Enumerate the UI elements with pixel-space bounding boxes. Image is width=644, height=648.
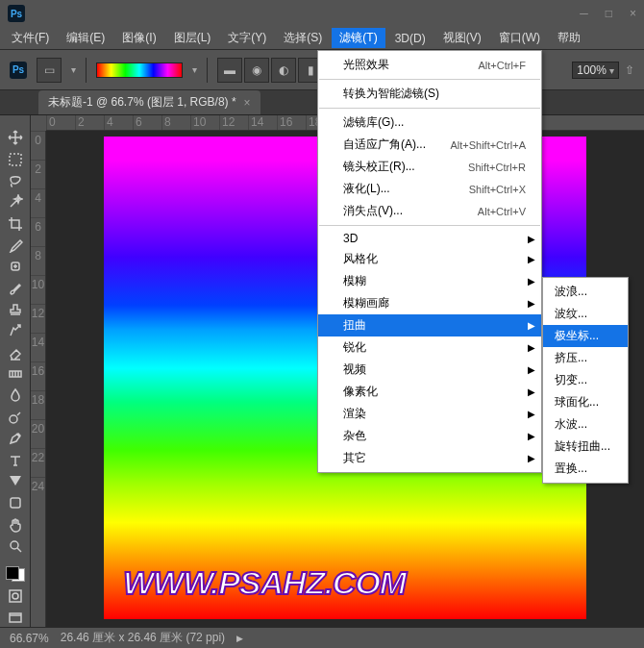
menu-视图[interactable]: 视图(V) (435, 28, 489, 48)
distort-submenu: 波浪...波纹...极坐标...挤压...切变...球面化...水波...旋转扭… (542, 277, 629, 484)
gradient-tool[interactable] (4, 365, 27, 383)
menu-item-锐化[interactable]: 锐化▶ (318, 336, 541, 359)
eraser-tool[interactable] (4, 344, 27, 361)
status-arrow-icon[interactable]: ▶ (236, 634, 243, 643)
dodge-tool[interactable] (4, 409, 27, 426)
maximize-button[interactable]: □ (606, 7, 612, 20)
blur-tool[interactable] (4, 386, 27, 404)
submenu-item-波纹[interactable]: 波纹... (543, 303, 628, 325)
status-zoom[interactable]: 66.67% (10, 632, 49, 645)
menu-3D[interactable]: 3D(D) (387, 30, 433, 47)
menu-item-扭曲[interactable]: 扭曲▶ (318, 314, 541, 336)
share-icon[interactable]: ⇧ (625, 63, 634, 77)
status-bar: 66.67% 26.46 厘米 x 26.46 厘米 (72 ppi) ▶ (0, 627, 644, 648)
zoom-tool[interactable] (4, 537, 27, 555)
menu-编辑[interactable]: 编辑(E) (59, 28, 112, 48)
menu-item-像素化[interactable]: 像素化▶ (318, 381, 541, 403)
close-button[interactable]: × (630, 7, 636, 20)
title-bar: Ps ─ □ × (0, 0, 644, 27)
close-tab-icon[interactable]: × (244, 96, 251, 110)
menu-item-自适应广角A[interactable]: 自适应广角(A)...Alt+Shift+Ctrl+A (318, 134, 541, 156)
app-logo: Ps (8, 5, 25, 22)
move-tool[interactable] (4, 129, 27, 146)
history-tool[interactable] (4, 322, 27, 339)
submenu-item-置换[interactable]: 置换... (543, 458, 628, 480)
menu-item-模糊画廊[interactable]: 模糊画廊▶ (318, 292, 541, 314)
menu-separator (319, 225, 540, 226)
submenu-arrow-icon: ▶ (528, 276, 535, 287)
path-tool[interactable] (4, 473, 27, 490)
submenu-item-切变[interactable]: 切变... (543, 369, 628, 391)
hand-tool[interactable] (4, 515, 27, 533)
submenu-item-旋转扭曲[interactable]: 旋转扭曲... (543, 436, 628, 458)
tool-preset-chevron[interactable]: ▾ (71, 64, 76, 75)
submenu-arrow-icon: ▶ (528, 234, 535, 244)
gradient-preview[interactable] (96, 62, 183, 78)
marquee-tool[interactable] (4, 150, 27, 167)
menu-item-光照效果[interactable]: 光照效果Alt+Ctrl+F (318, 54, 541, 76)
menu-item-镜头校正R[interactable]: 镜头校正(R)...Shift+Ctrl+R (318, 156, 541, 178)
heal-tool[interactable] (4, 258, 27, 275)
document-tab-label: 未标题-1 @ 66.7% (图层 1, RGB/8) * (48, 94, 236, 111)
stamp-tool[interactable] (4, 301, 27, 318)
submenu-arrow-icon: ▶ (528, 431, 535, 441)
menu-滤镜[interactable]: 滤镜(T) (332, 28, 384, 48)
status-dimensions: 26.46 厘米 x 26.46 厘米 (72 ppi) (61, 630, 225, 646)
svg-rect-0 (10, 154, 21, 165)
pen-tool[interactable] (4, 430, 27, 447)
menu-item-渲染[interactable]: 渲染▶ (318, 403, 541, 425)
shape-tool[interactable] (4, 494, 27, 511)
menu-图像[interactable]: 图像(I) (114, 28, 163, 48)
gradient-picker-chevron[interactable]: ▾ (192, 64, 197, 75)
brush-tool[interactable] (4, 280, 27, 297)
menu-item-杂色[interactable]: 杂色▶ (318, 425, 541, 447)
submenu-item-极坐标[interactable]: 极坐标... (543, 325, 628, 347)
menu-item-3D[interactable]: 3D▶ (318, 229, 541, 248)
document-tab[interactable]: 未标题-1 @ 66.7% (图层 1, RGB/8) * × (38, 90, 260, 114)
tools-panel (0, 115, 31, 627)
menu-文字[interactable]: 文字(Y) (220, 28, 274, 48)
submenu-item-波浪[interactable]: 波浪... (543, 281, 628, 303)
menu-文件[interactable]: 文件(F) (4, 28, 57, 48)
submenu-item-挤压[interactable]: 挤压... (543, 347, 628, 369)
screen-mode-button[interactable] (4, 610, 27, 627)
crop-tool[interactable] (4, 214, 27, 232)
menu-item-液化L[interactable]: 液化(L)...Shift+Ctrl+X (318, 178, 541, 200)
angle-gradient-icon[interactable]: ◐ (271, 58, 296, 83)
vertical-ruler: 024681012141618202224 (31, 131, 46, 627)
menu-bar: 文件(F)编辑(E)图像(I)图层(L)文字(Y)选择(S)滤镜(T)3D(D)… (0, 27, 644, 50)
submenu-arrow-icon: ▶ (528, 364, 535, 375)
type-tool[interactable] (4, 451, 27, 468)
menu-选择[interactable]: 选择(S) (276, 28, 330, 48)
submenu-item-球面化[interactable]: 球面化... (543, 391, 628, 413)
menu-item-转换为智能滤镜S[interactable]: 转换为智能滤镜(S) (318, 83, 541, 105)
menu-item-其它[interactable]: 其它▶ (318, 447, 541, 469)
menu-item-滤镜库G[interactable]: 滤镜库(G)... (318, 112, 541, 134)
minimize-button[interactable]: ─ (580, 7, 588, 20)
submenu-arrow-icon: ▶ (528, 254, 535, 264)
linear-gradient-icon[interactable]: ▬ (217, 58, 242, 83)
eyedrop-tool[interactable] (4, 237, 27, 254)
gradient-tool-icon[interactable]: ▭ (37, 58, 62, 83)
menu-item-风格化[interactable]: 风格化▶ (318, 248, 541, 270)
menu-item-视频[interactable]: 视频▶ (318, 359, 541, 381)
submenu-arrow-icon: ▶ (528, 298, 535, 309)
menu-item-模糊[interactable]: 模糊▶ (318, 270, 541, 292)
quick-mask-button[interactable] (4, 587, 27, 605)
color-swatches[interactable] (4, 564, 27, 584)
menu-图层[interactable]: 图层(L) (166, 28, 219, 48)
radial-gradient-icon[interactable]: ◉ (244, 58, 269, 83)
lasso-tool[interactable] (4, 172, 27, 189)
submenu-arrow-icon: ▶ (528, 453, 535, 463)
submenu-arrow-icon: ▶ (528, 320, 535, 331)
separator (207, 58, 208, 83)
watermark-text: WWW.PSAHZ.COM (123, 564, 406, 602)
submenu-arrow-icon: ▶ (528, 386, 535, 397)
menu-窗口[interactable]: 窗口(W) (491, 28, 548, 48)
zoom-select[interactable]: 100% ▾ (572, 62, 619, 79)
menu-item-消失点V[interactable]: 消失点(V)...Alt+Ctrl+V (318, 200, 541, 222)
foreground-color-swatch[interactable] (6, 566, 19, 580)
menu-帮助[interactable]: 帮助 (550, 28, 588, 48)
submenu-item-水波[interactable]: 水波... (543, 413, 628, 436)
wand-tool[interactable] (4, 193, 27, 211)
